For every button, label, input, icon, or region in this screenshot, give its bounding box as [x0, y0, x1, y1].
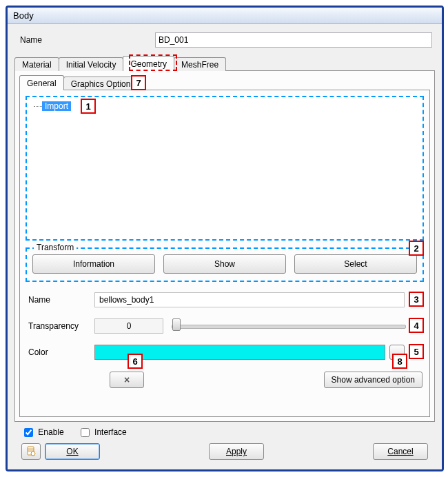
color-label: Color [26, 347, 94, 357]
tree-connector-icon [34, 106, 42, 107]
callout-4: 4 [409, 318, 424, 333]
transparency-row: Transparency 0 4 [26, 318, 424, 334]
show-button[interactable]: Show [163, 254, 286, 274]
interface-label: Interface [94, 427, 127, 437]
enable-checkbox[interactable] [24, 428, 33, 437]
information-button[interactable]: Information [32, 254, 155, 274]
callout-2: 2 [409, 241, 424, 256]
bottom-buttons: × Show advanced option 6 8 [26, 372, 424, 388]
callout-6: 6 [128, 354, 143, 369]
cancel-button[interactable]: Cancel [373, 443, 428, 460]
enable-label: Enable [38, 427, 63, 437]
body-name-input[interactable] [155, 32, 432, 48]
transform-group: Transform Information Show Select 2 [26, 247, 424, 282]
main-tabstrip: Material Initial Velocity Geometry MeshF… [14, 56, 435, 71]
transparency-label: Transparency [26, 321, 94, 331]
dialog-buttons: OK Apply Cancel [14, 440, 435, 465]
show-advanced-button[interactable]: Show advanced option [324, 372, 422, 388]
transparency-value: 0 [94, 318, 163, 334]
enable-checkbox-wrap[interactable]: Enable [21, 426, 64, 439]
geom-name-input[interactable] [94, 292, 405, 307]
window-title: Body [13, 10, 34, 21]
interface-checkbox[interactable] [81, 428, 90, 437]
document-icon [26, 446, 37, 457]
callout-7: 7 [131, 75, 146, 90]
interface-checkbox-wrap[interactable]: Interface [78, 426, 127, 439]
transform-legend: Transform [34, 243, 77, 252]
select-button[interactable]: Select [294, 254, 417, 274]
tree-node-import[interactable]: Import [42, 101, 71, 111]
delete-button[interactable]: × [110, 372, 144, 388]
tab-general[interactable]: General [19, 75, 64, 90]
footer-options: Enable Interface [14, 422, 435, 440]
close-icon: × [124, 374, 130, 385]
tab-meshfree[interactable]: MeshFree [174, 57, 226, 71]
import-tree-area: Import 1 [26, 96, 424, 241]
tab-initial-velocity[interactable]: Initial Velocity [59, 57, 124, 71]
dialog-window: Body Name Material Initial Velocity Geom… [6, 6, 444, 471]
tab-graphics-option[interactable]: Graphics Option [63, 77, 139, 90]
client-area: Name Material Initial Velocity Geometry … [8, 24, 442, 469]
help-icon-button[interactable] [21, 443, 41, 460]
transparency-slider[interactable] [172, 325, 406, 329]
tab-material[interactable]: Material [14, 57, 59, 71]
callout-3: 3 [409, 292, 424, 307]
apply-button[interactable]: Apply [209, 443, 264, 460]
main-tabpanel: General Graphics Option 7 Import 1 Trans… [14, 70, 435, 422]
inner-tabpanel: Import 1 Transform Information Show Sele… [19, 90, 430, 417]
tab-geometry[interactable]: Geometry [123, 56, 174, 71]
body-name-label: Name [17, 35, 155, 45]
callout-5: 5 [409, 344, 424, 359]
geom-name-row: Name 3 [26, 292, 424, 308]
geom-name-label: Name [26, 295, 94, 305]
color-row: Color 5 [26, 344, 424, 361]
inner-tabstrip: General Graphics Option [19, 75, 430, 90]
callout-1: 1 [81, 99, 96, 114]
ok-button[interactable]: OK [45, 443, 100, 460]
body-name-row: Name [14, 32, 435, 48]
callout-8: 8 [392, 354, 407, 369]
svg-point-1 [31, 451, 35, 456]
titlebar: Body [8, 8, 442, 24]
